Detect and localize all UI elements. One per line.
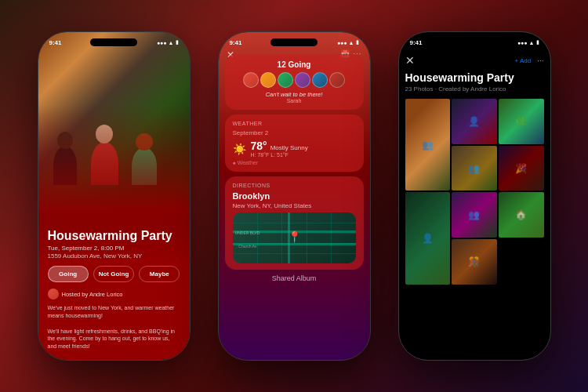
photo-face-9: 🎊 [452,239,497,285]
album-header: ✕ + Add ··· [405,54,544,67]
host-avatar [48,289,59,299]
attendee-avatar-6 [329,72,345,88]
close-button-3[interactable]: ✕ [405,54,415,67]
signal-icon-3: ●●● [517,40,528,45]
weather-card: Weather September 2 ☀️ 78° Mostly Sunny … [225,114,364,172]
weather-range: H: 78°F L: 51°F [251,152,308,158]
attendee-avatar-5 [312,72,328,88]
signal-icon-2: ●●● [337,40,347,45]
phone-2: 9:41 ●●● ▲ ▮ ✕ 📅 ··· 12 Going [218,31,371,361]
event-location: 1559 Audubon Ave, New York, NY [48,252,180,260]
weather-dot: ● [233,160,236,165]
photo-face-8: 🏠 [499,192,544,238]
map-label-church: Church Av [238,244,256,249]
photo-face-7: 👥 [452,192,497,238]
event-date: Tue, September 2, 8:00 PM [48,245,180,252]
photo-grid: 👥 👤 🌿 👥 🎉 👤 👥 [405,99,544,285]
map-grid-h1 [233,223,356,223]
photo-face-2: 👤 [452,99,497,144]
attendee-comment: Can't wait to be there! [233,91,356,98]
sun-icon: ☀️ [233,143,246,155]
event-description: We've just moved to New York, and warmer… [48,304,180,350]
photo-face-5: 🎉 [499,146,544,191]
event-title: Housewarming Party [48,228,180,243]
album-meta: 23 Photos · Created by Andre Lorico [405,85,544,93]
map-grid-v1 [257,212,258,263]
phone-3: 9:41 ●●● ▲ ▮ ✕ + Add ··· Housewarming Pa… [398,31,551,361]
map-grid-v3 [307,212,307,263]
rsvp-not-going-button[interactable]: Not Going [93,266,134,282]
weather-date: September 2 [233,129,356,136]
wifi-icon-1: ▲ [169,40,174,45]
directions-label: Directions [233,183,356,188]
status-icons-2: ●●● ▲ ▮ [337,39,359,45]
album-title: Housewarming Party [405,71,544,84]
photo-cell-8[interactable]: 🏠 [499,192,544,238]
photo-face-3: 🌿 [499,99,544,144]
add-button[interactable]: + Add [514,57,531,64]
attendee-avatar-2 [260,72,276,88]
wifi-icon-2: ▲ [349,40,354,45]
phone-1: 9:41 ●●● ▲ ▮ [38,31,191,361]
attendee-avatars [233,72,356,88]
directions-card: Directions Brooklyn New York, NY, United… [225,176,364,270]
person-silhouette-1 [53,146,77,185]
more-button-3[interactable]: ··· [537,56,543,65]
phone2-screen: 9:41 ●●● ▲ ▮ ✕ 📅 ··· 12 Going [219,32,370,360]
person-head-2 [96,125,113,143]
rsvp-going-button[interactable]: Going [48,266,89,282]
weather-temp: 78° [251,140,267,152]
mini-map[interactable]: UNDER BLVD Church Av 📍 [233,212,356,263]
photo-cell-1[interactable]: 👥 [405,99,451,191]
rsvp-buttons: Going Not Going Maybe [48,266,180,282]
rsvp-maybe-button[interactable]: Maybe [139,266,180,282]
battery-icon-3: ▮ [536,39,539,45]
phone1-screen: 9:41 ●●● ▲ ▮ [38,32,190,360]
attendee-avatar-3 [278,72,293,88]
map-grid-v4 [331,212,332,263]
person-silhouette-3 [132,147,157,185]
weather-info: 78° Mostly Sunny H: 78°F L: 51°F [251,140,308,158]
person-head-1 [57,132,73,149]
event-photo [38,32,190,212]
map-grid-v2 [281,212,282,263]
map-label-blvd: UNDER BLVD [235,230,260,235]
comment-author: Sarah [233,98,356,103]
status-time-2: 9:41 [230,39,242,46]
photo-face-6: 👤 [405,192,451,284]
hosted-by-row: Hosted by Andre Lorico [48,289,180,299]
weather-source-text: Weather [238,160,258,165]
photo-cell-2[interactable]: 👤 [452,99,497,144]
photo-cell-5[interactable]: 🎉 [499,146,544,191]
description-line2: We'll have light refreshments, drinks, a… [48,328,175,350]
person-head-3 [136,133,153,151]
shared-album-label: Shared Album [225,274,364,282]
hosted-by-text: Hosted by Andre Lorico [62,291,123,298]
going-card: 12 Going Can't wait to be there! Sarah [225,54,364,110]
scene: 9:41 ●●● ▲ ▮ [0,0,588,392]
battery-icon-2: ▮ [356,39,359,45]
weather-temp-row: 78° Mostly Sunny [251,140,308,152]
weather-row: ☀️ 78° Mostly Sunny H: 78°F L: 51°F [233,140,356,158]
person-silhouette-2 [91,142,118,185]
photo-face-4: 👥 [452,146,497,191]
status-icons-1: ●●● ▲ ▮ [157,39,179,45]
wifi-icon-3: ▲ [529,40,535,45]
battery-icon-1: ▮ [176,39,179,45]
photo-cell-7[interactable]: 👥 [452,192,497,238]
map-pin-icon: 📍 [288,230,301,243]
attendee-avatar-4 [295,72,310,88]
going-count: 12 Going [233,60,356,69]
photo-cell-3[interactable]: 🌿 [499,99,544,144]
photo-cell-9[interactable]: 🎊 [452,239,497,285]
photo-cell-6[interactable]: 👤 [405,192,451,284]
map-grid-h4 [233,253,356,254]
event-content: Housewarming Party Tue, September 2, 8:0… [38,220,190,360]
description-line1: We've just moved to New York, and warmer… [48,305,175,318]
photo-cell-4[interactable]: 👥 [452,146,497,191]
weather-desc: Mostly Sunny [270,144,308,151]
dynamic-island-1 [90,38,137,46]
dynamic-island-2 [270,38,318,46]
status-time-1: 9:41 [49,39,62,46]
phone3-screen: 9:41 ●●● ▲ ▮ ✕ + Add ··· Housewarming Pa… [399,32,550,360]
